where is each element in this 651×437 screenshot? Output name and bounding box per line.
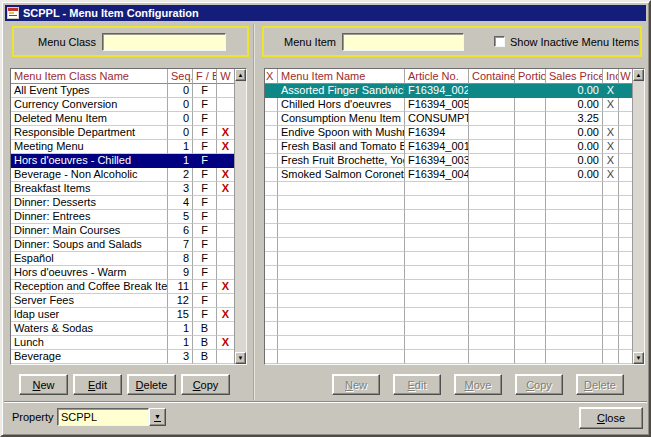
class-table-row[interactable]: Responsible Department 0 F X [11,126,234,140]
class-name-cell: Deleted Menu Item [11,112,168,126]
class-name-cell: Currency Conversion [11,98,168,112]
class-new-button[interactable]: New [19,374,68,395]
class-table-row[interactable]: Lunch 1 B X [11,336,234,350]
class-table-row[interactable]: Dinner: Main Courses 6 F [11,224,234,238]
property-combo[interactable]: SCPPL [57,408,149,426]
item-table-row[interactable] [265,182,632,196]
class-table-row[interactable]: Dinner: Soups and Salads 7 F [11,238,234,252]
property-dropdown-button[interactable]: ▼ [149,408,166,426]
item-container-cell [469,322,515,336]
class-table-row[interactable]: Deleted Menu Item 0 F [11,112,234,126]
class-name-cell: Dinner: Main Courses [11,224,168,238]
item-table-row[interactable] [265,238,632,252]
item-table-row[interactable]: Endive Spoon with Mushroom I F16394 0.00… [265,126,632,140]
class-table-row[interactable]: Hors d'oeuvres - Warm 9 F [11,266,234,280]
item-w-cell [619,224,632,238]
item-scroll-up-icon[interactable]: ▲ [633,69,644,81]
item-table-row[interactable]: Smoked Salmon Coronet, Dill F16394_004 0… [265,168,632,182]
class-table-row[interactable]: Beverage - Non Alcoholic 2 F X [11,168,234,182]
item-portion-cell [515,154,546,168]
item-name-cell: Fresh Fruit Brochette, Yogurt S [278,154,405,168]
item-table-row[interactable]: Assorted Finger Sandwiches F16394_002 0.… [265,84,632,98]
item-table-row[interactable] [265,266,632,280]
class-name-cell: All Event Types [11,84,168,98]
item-table-row[interactable] [265,294,632,308]
class-fb-cell: F [193,154,217,168]
class-fb-cell: F [193,238,217,252]
item-portion-cell [515,266,546,280]
item-name-cell [278,308,405,322]
item-table-row[interactable]: Consumption Menu Item CONSUMPTION 3.25 [265,112,632,126]
item-new-button: New [332,374,380,395]
item-portion-cell [515,98,546,112]
class-w-cell: X [217,182,234,196]
class-delete-button[interactable]: Delete [127,374,176,395]
item-inc-cell: X [603,126,619,140]
window-title: SCPPL - Menu Item Configuration [23,7,199,19]
class-table-row[interactable]: Dinner: Desserts 4 F [11,196,234,210]
item-article-cell [405,280,469,294]
item-price-cell [546,336,603,350]
item-table-row[interactable] [265,308,632,322]
item-article-cell: F16394_005 [405,98,469,112]
class-fb-cell: F [193,140,217,154]
item-article-cell: CONSUMPTION [405,112,469,126]
class-table-row[interactable]: Server Fees 12 F [11,294,234,308]
item-inc-cell [603,336,619,350]
close-button[interactable]: Close [579,407,643,429]
item-inc-cell [603,182,619,196]
show-inactive-checkbox[interactable] [494,36,505,47]
class-table-row[interactable]: Breakfast Items 3 F X [11,182,234,196]
item-container-cell [469,252,515,266]
item-portion-cell [515,238,546,252]
item-x-cell [265,98,278,112]
item-w-cell [619,322,632,336]
item-table-row[interactable]: Fresh Basil and Tomato Brusc F16394_001 … [265,140,632,154]
class-table-scrollbar[interactable]: ▲ ▼ [234,69,246,364]
class-table-row[interactable]: ldap user 15 F X [11,308,234,322]
item-table-row[interactable] [265,336,632,350]
class-seq-cell: 8 [168,252,193,266]
item-delete-button: Delete [576,374,624,395]
class-seq-cell: 1 [168,336,193,350]
item-table-row[interactable] [265,210,632,224]
item-portion-cell [515,210,546,224]
class-fb-cell: F [193,266,217,280]
item-table-row[interactable] [265,280,632,294]
item-table-row[interactable] [265,322,632,336]
class-table-row[interactable]: Currency Conversion 0 F [11,98,234,112]
menu-class-input[interactable] [102,33,226,51]
class-edit-button[interactable]: Edit [73,374,122,395]
class-table-row[interactable]: Español 8 F [11,252,234,266]
class-table-row[interactable]: Dinner: Entrees 5 F [11,210,234,224]
class-table-row[interactable]: Reception and Coffee Break Items 11 F X [11,280,234,294]
item-article-cell: F16394_003 [405,154,469,168]
item-container-cell [469,210,515,224]
item-x-cell [265,266,278,280]
item-table-row[interactable] [265,350,632,364]
class-w-cell [217,252,234,266]
item-table-row[interactable]: Fresh Fruit Brochette, Yogurt S F16394_0… [265,154,632,168]
item-name-cell [278,252,405,266]
class-copy-button[interactable]: Copy [181,374,230,395]
item-portion-cell [515,294,546,308]
item-w-cell [619,252,632,266]
class-scroll-up-icon[interactable]: ▲ [235,69,246,81]
class-scroll-down-icon[interactable]: ▼ [235,352,246,364]
item-x-cell [265,280,278,294]
menu-item-input[interactable] [342,33,464,51]
class-table-row[interactable]: All Event Types 0 F [11,84,234,98]
item-scroll-down-icon[interactable]: ▼ [633,352,644,364]
item-portion-cell [515,196,546,210]
class-table-body: All Event Types 0 F Currency Conversion … [11,84,234,364]
class-table-row[interactable]: Meeting Menu 1 F X [11,140,234,154]
class-table-row[interactable]: Beverage 3 B [11,350,234,364]
class-table-row[interactable]: Hors d'oeuvres - Chilled 1 F [11,154,234,168]
item-table-row[interactable] [265,252,632,266]
item-table-row[interactable] [265,224,632,238]
item-table-row[interactable] [265,196,632,210]
item-table-scrollbar[interactable]: ▲ ▼ [632,69,644,364]
item-table-row[interactable]: Chilled Hors d'oeuvres F16394_005 0.00 X [265,98,632,112]
class-name-cell: Breakfast Items [11,182,168,196]
class-table-row[interactable]: Waters & Sodas 1 B [11,322,234,336]
